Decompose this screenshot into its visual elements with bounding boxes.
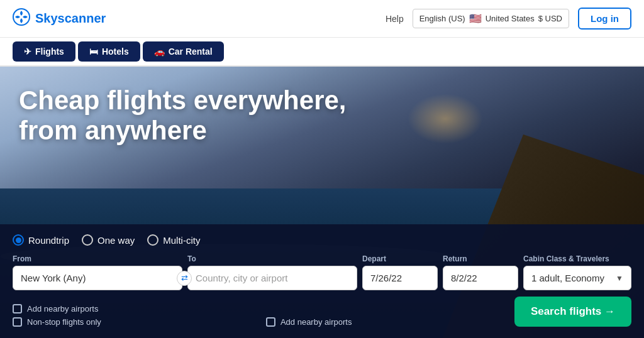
multicity-label: Multi-city xyxy=(163,235,200,246)
help-link[interactable]: Help xyxy=(386,14,404,24)
oneway-radio[interactable] xyxy=(82,234,93,246)
login-button[interactable]: Log in xyxy=(578,8,631,30)
hero-section: Cheap flights everywhere, from anywhere … xyxy=(0,67,644,338)
options-left: Add nearby airports Non-stop flights onl… xyxy=(13,304,255,327)
to-label: To xyxy=(187,254,357,263)
header-right: Help English (US) 🇺🇸 United States $ USD… xyxy=(386,8,631,30)
trip-type-row: Roundtrip One way Multi-city xyxy=(13,234,631,246)
hotels-icon: 🛏 xyxy=(89,46,98,57)
multicity-radio[interactable] xyxy=(147,234,158,246)
depart-value: 7/26/22 xyxy=(370,273,402,283)
options-middle: Add nearby airports xyxy=(261,317,508,327)
from-field[interactable]: ⇄ xyxy=(13,266,182,290)
search-panel: Roundtrip One way Multi-city From To Dep… xyxy=(0,224,644,338)
nonstop-checkbox[interactable] xyxy=(13,317,22,327)
logo-text: Skyscanner xyxy=(35,11,106,26)
nonstop-option[interactable]: Non-stop flights only xyxy=(13,317,255,327)
roundtrip-option[interactable]: Roundtrip xyxy=(13,234,69,246)
nearby-to-checkbox[interactable] xyxy=(266,317,275,327)
return-value: 8/2/22 xyxy=(451,273,477,283)
hero-title: Cheap flights everywhere, from anywhere xyxy=(19,85,409,146)
to-input[interactable] xyxy=(196,273,349,283)
nearby-from-label: Add nearby airports xyxy=(27,304,98,313)
tab-flights-label: Flights xyxy=(35,46,64,57)
roundtrip-radio-fill xyxy=(16,237,21,243)
return-label: Return xyxy=(443,254,518,263)
header: Skyscanner Help English (US) 🇺🇸 United S… xyxy=(0,0,644,38)
tab-hotels-label: Hotels xyxy=(102,46,129,57)
nearby-from-checkbox[interactable] xyxy=(13,304,22,313)
fields-labels: From To Depart Return Cabin Class & Trav… xyxy=(13,254,631,263)
from-label: From xyxy=(13,254,182,263)
search-flights-button[interactable]: Search flights → xyxy=(514,297,631,327)
cabin-label: Cabin Class & Travelers xyxy=(523,254,631,263)
roundtrip-label: Roundtrip xyxy=(28,235,69,246)
fields-row: ⇄ 7/26/22 8/2/22 1 adult, Economy ▼ xyxy=(13,266,631,290)
depart-label: Depart xyxy=(362,254,438,263)
tab-car-rental[interactable]: 🚗 Car Rental xyxy=(143,41,224,62)
tab-hotels[interactable]: 🛏 Hotels xyxy=(78,41,140,62)
cabin-dropdown-arrow: ▼ xyxy=(616,274,623,283)
oneway-label: One way xyxy=(97,235,135,246)
locale-selector[interactable]: English (US) 🇺🇸 United States $ USD xyxy=(413,9,569,28)
flights-icon: ✈ xyxy=(24,46,31,57)
skyscanner-icon xyxy=(13,8,30,30)
nearby-airports-to-option[interactable]: Add nearby airports xyxy=(266,317,508,327)
tab-flights[interactable]: ✈ Flights xyxy=(13,41,75,62)
locale-currency: $ USD xyxy=(538,14,562,23)
depart-field[interactable]: 7/26/22 xyxy=(362,266,438,290)
return-field[interactable]: 8/2/22 xyxy=(443,266,518,290)
oneway-option[interactable]: One way xyxy=(82,234,135,246)
logo[interactable]: Skyscanner xyxy=(13,8,106,30)
nearby-airports-from-option[interactable]: Add nearby airports xyxy=(13,304,255,313)
from-input[interactable] xyxy=(21,273,174,283)
locale-language: English (US) xyxy=(419,14,465,23)
nearby-to-label: Add nearby airports xyxy=(280,317,352,327)
roundtrip-radio[interactable] xyxy=(13,234,24,246)
flag-icon: 🇺🇸 xyxy=(469,13,482,25)
cabin-field[interactable]: 1 adult, Economy ▼ xyxy=(523,266,631,290)
nav-tabs: ✈ Flights 🛏 Hotels 🚗 Car Rental xyxy=(0,38,644,67)
car-icon: 🚗 xyxy=(154,46,165,57)
tab-car-label: Car Rental xyxy=(169,46,213,57)
swap-button[interactable]: ⇄ xyxy=(177,271,192,286)
cabin-value: 1 adult, Economy xyxy=(531,273,604,283)
locale-country: United States xyxy=(486,14,535,23)
nonstop-label: Non-stop flights only xyxy=(27,317,101,327)
hero-content: Cheap flights everywhere, from anywhere xyxy=(0,67,644,146)
multicity-option[interactable]: Multi-city xyxy=(147,234,200,246)
to-field[interactable] xyxy=(187,266,357,290)
options-search-row: Add nearby airports Non-stop flights onl… xyxy=(13,297,631,327)
